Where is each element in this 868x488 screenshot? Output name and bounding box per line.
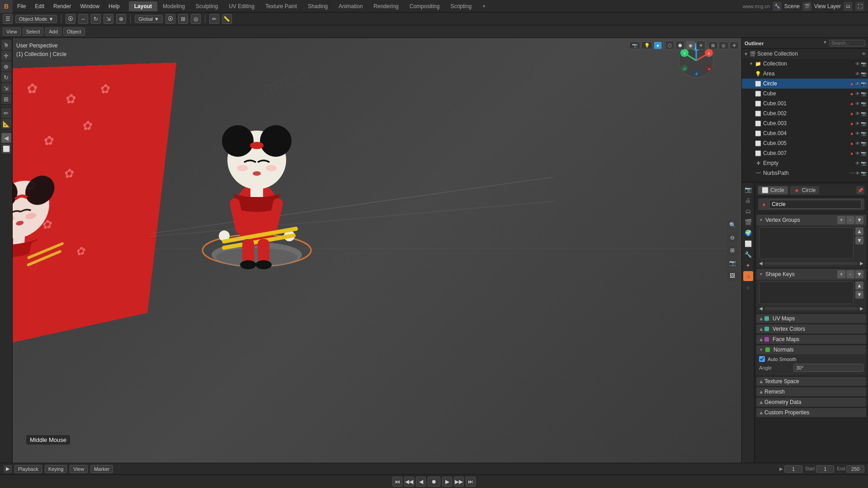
select-menu[interactable]: Select bbox=[23, 28, 44, 36]
rotate-tool[interactable]: ↻ bbox=[1, 72, 11, 82]
menu-help[interactable]: Help bbox=[104, 1, 124, 11]
snap-magnet-icon[interactable]: ⦿ bbox=[165, 14, 175, 24]
auto-smooth-checkbox[interactable] bbox=[759, 356, 765, 362]
outliner-item-cube007[interactable]: ⬜ Cube.007 🔺 👁 📷 bbox=[742, 148, 868, 158]
tab-sculpting[interactable]: Sculpting bbox=[190, 1, 223, 11]
tab-add[interactable]: + bbox=[477, 1, 491, 11]
collection-eye[interactable]: 👁 bbox=[855, 61, 860, 66]
scene-icon[interactable]: 🎬 bbox=[802, 2, 811, 11]
vg-specials-btn[interactable]: ▼ bbox=[855, 216, 863, 224]
annotate-tool[interactable]: ✏ bbox=[1, 108, 11, 118]
outliner-collection[interactable]: ▼ 📁 Collection 👁 📷 bbox=[742, 59, 868, 69]
transport-prev-keyframe[interactable]: ◀◀ bbox=[404, 477, 414, 487]
prop-output-icon[interactable]: 🖨 bbox=[743, 195, 753, 205]
transport-stop[interactable]: ⏺ bbox=[428, 477, 440, 487]
viewport-light-btn[interactable]: 💡 bbox=[642, 42, 652, 49]
object-menu[interactable]: Object bbox=[63, 28, 85, 36]
select-box-tool[interactable]: 🖱 bbox=[1, 40, 11, 50]
view-camera-btn[interactable]: 📷 bbox=[727, 258, 738, 268]
tab-shading[interactable]: Shading bbox=[302, 1, 333, 11]
cube001-render[interactable]: 📷 bbox=[861, 101, 866, 106]
engine-icon[interactable]: 🔧 bbox=[773, 2, 782, 11]
sk-scroll[interactable] bbox=[764, 307, 858, 310]
sk-specials-btn[interactable]: ▼ bbox=[855, 270, 863, 278]
transport-play[interactable]: ▶ bbox=[442, 477, 452, 487]
tab-texture-paint[interactable]: Texture Paint bbox=[260, 1, 302, 11]
transport-jump-end[interactable]: ⏭ bbox=[466, 477, 476, 487]
cube003-eye[interactable]: 👁 bbox=[855, 121, 860, 126]
cube004-render[interactable]: 📷 bbox=[861, 131, 866, 136]
empty-eye[interactable]: 👁 bbox=[855, 161, 860, 166]
scale-icon[interactable]: ⇲ bbox=[104, 14, 113, 24]
prop-particles-icon[interactable]: ✦ bbox=[743, 260, 753, 270]
viewport[interactable]: ✿ ✿ ✿ ✿ ✿ ✿ ✿ ✿ ✿ ✿ ✿ ✿ ✿ ✿ ✿ bbox=[13, 38, 741, 463]
global-dropdown[interactable]: Global ▼ bbox=[135, 15, 163, 23]
outliner-item-empty[interactable]: ✛ Empty 👁 📷 bbox=[742, 158, 868, 168]
transform-icon[interactable]: ↔ bbox=[78, 14, 88, 24]
geometry-data-header[interactable]: ▶ Geometry Data bbox=[756, 398, 866, 407]
annotate-icon[interactable]: ✏ bbox=[209, 14, 219, 24]
marker-menu[interactable]: Marker bbox=[90, 465, 113, 473]
area-eye[interactable]: 👁 bbox=[855, 71, 860, 76]
end-frame-input[interactable] bbox=[846, 465, 864, 473]
cube007-eye[interactable]: 👁 bbox=[855, 151, 860, 156]
mesh-name-input[interactable] bbox=[769, 200, 862, 209]
outliner-item-cube002[interactable]: ⬜ Cube.002 🔺 👁 📷 bbox=[742, 108, 868, 118]
viewport-camera-btn[interactable]: 📷 bbox=[629, 42, 640, 49]
normals-header[interactable]: ▼ Normals bbox=[756, 345, 866, 354]
transport-jump-start[interactable]: ⏮ bbox=[392, 477, 402, 487]
prop-material-icon[interactable]: ⬦ bbox=[743, 282, 753, 292]
outliner-item-cube001[interactable]: ⬜ Cube.001 🔺 👁 📷 bbox=[742, 99, 868, 108]
tab-uv-editing[interactable]: UV Editing bbox=[223, 1, 260, 11]
sc-eye-icon[interactable]: 👁 bbox=[862, 52, 866, 56]
cube002-render[interactable]: 📷 bbox=[861, 111, 866, 116]
vg-remove-btn[interactable]: - bbox=[846, 216, 854, 224]
view-render-btn[interactable]: 🖼 bbox=[727, 270, 738, 281]
outliner-item-nurbspath[interactable]: 〰 NurbsPath 〰 👁 📷 bbox=[742, 168, 868, 178]
object-mode-dropdown[interactable]: Object Mode ▼ bbox=[15, 15, 57, 23]
transport-next-frame[interactable]: ▶▶ bbox=[454, 477, 464, 487]
face-maps-header[interactable]: ▶ Face Maps bbox=[756, 335, 866, 344]
outliner-search[interactable] bbox=[829, 40, 865, 47]
tab-layout[interactable]: Layout bbox=[129, 1, 157, 11]
circle-render[interactable]: 📷 bbox=[861, 81, 866, 86]
circle-eye[interactable]: 👁 bbox=[855, 81, 860, 86]
transform-tool-icon[interactable]: ⊕ bbox=[116, 14, 126, 24]
prop-mesh-icon[interactable]: 🔺 bbox=[743, 271, 753, 281]
view-menu[interactable]: View bbox=[3, 28, 21, 36]
vg-scroll[interactable] bbox=[764, 262, 858, 265]
prop-world-icon[interactable]: 🌍 bbox=[743, 228, 753, 238]
vg-up-btn[interactable]: ▲ bbox=[855, 227, 863, 235]
icon-toolbar-toggle[interactable]: ☰ bbox=[3, 14, 13, 24]
viewport-material-btn[interactable]: ● bbox=[654, 42, 662, 49]
current-frame-input[interactable] bbox=[784, 465, 802, 473]
keying-menu[interactable]: Keying bbox=[45, 465, 67, 473]
vertex-groups-header[interactable]: ▼ Vertex Groups + - ▼ bbox=[756, 215, 866, 225]
zoom-out-btn[interactable]: ⊖ bbox=[727, 232, 738, 243]
vg-down-btn[interactable]: ▼ bbox=[855, 236, 863, 244]
timeline-toggle[interactable]: ▶ bbox=[4, 465, 12, 473]
add-menu[interactable]: Add bbox=[45, 28, 61, 36]
measure-icon[interactable]: 📏 bbox=[222, 14, 232, 24]
proportional-icon[interactable]: ◎ bbox=[191, 14, 201, 24]
transform-tool[interactable]: ⊞ bbox=[1, 94, 11, 104]
vg-add-btn[interactable]: + bbox=[837, 216, 845, 224]
shape-keys-header[interactable]: ▼ Shape Keys + - ▼ bbox=[756, 269, 866, 280]
menu-render[interactable]: Render bbox=[49, 1, 75, 11]
prop-pin-icon[interactable]: 📌 bbox=[856, 186, 864, 194]
menu-window[interactable]: Window bbox=[75, 1, 104, 11]
custom-properties-header[interactable]: ▶ Custom Properties bbox=[756, 408, 866, 417]
view-layer-icon[interactable]: 🗂 bbox=[844, 2, 853, 11]
sk-up-btn[interactable]: ▲ bbox=[855, 282, 863, 290]
tab-rendering[interactable]: Rendering bbox=[368, 1, 404, 11]
remesh-header[interactable]: ▶ Remesh bbox=[756, 387, 866, 396]
outliner-item-cube[interactable]: ⬜ Cube 🔺 👁 📷 bbox=[742, 89, 868, 99]
vertex-groups-list[interactable] bbox=[759, 227, 854, 259]
viewport-overlay-btn[interactable]: ◎ bbox=[719, 42, 728, 49]
zoom-in-btn[interactable]: 🔍 bbox=[727, 220, 738, 230]
cube001-eye[interactable]: 👁 bbox=[855, 101, 860, 106]
cube007-render[interactable]: 📷 bbox=[861, 151, 866, 156]
prop-modifier-icon[interactable]: 🔧 bbox=[743, 249, 753, 259]
move-tool[interactable]: ⊕ bbox=[1, 61, 11, 71]
uv-maps-header[interactable]: ▶ UV Maps bbox=[756, 314, 866, 323]
